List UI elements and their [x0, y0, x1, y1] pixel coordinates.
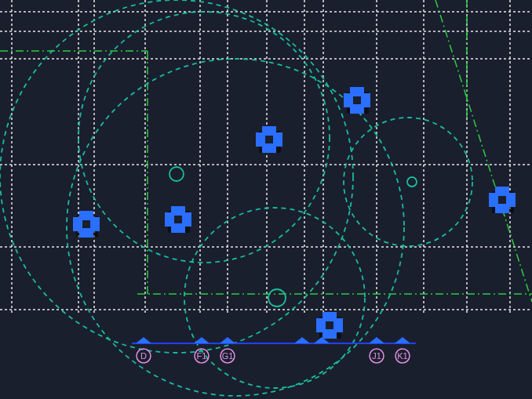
grid-markers: DF1G1J1K1: [137, 349, 410, 363]
marker-label: D: [140, 351, 147, 361]
axis-tick: [369, 337, 384, 343]
column-node[interactable]: [316, 312, 343, 339]
nodes: [73, 87, 516, 339]
marker-label: J1: [372, 351, 381, 361]
grid-marker[interactable]: D: [137, 349, 151, 363]
column-node[interactable]: [165, 206, 191, 233]
svg-rect-7: [174, 216, 182, 223]
axis-tick: [294, 337, 310, 343]
cyan-center-circle: [407, 177, 417, 187]
column-node[interactable]: [489, 187, 516, 213]
grid-marker[interactable]: F1: [195, 349, 209, 363]
cyan-dashed-circle: [344, 118, 472, 246]
axis-tick: [220, 337, 235, 343]
svg-rect-11: [265, 136, 273, 143]
column-node[interactable]: [73, 211, 100, 238]
marker-label: K1: [397, 351, 407, 361]
cyan-center-circle: [169, 167, 184, 181]
grid-axis: [132, 337, 416, 343]
svg-rect-3: [82, 220, 90, 228]
grid-marker[interactable]: J1: [370, 349, 384, 363]
svg-rect-15: [353, 96, 361, 104]
axis-tick: [136, 337, 151, 343]
svg-rect-23: [498, 196, 506, 204]
axis-tick: [194, 337, 210, 343]
cyan-dashed-circle: [0, 0, 353, 353]
marker-label: F1: [197, 351, 207, 361]
column-node[interactable]: [256, 126, 282, 153]
cyan-center-circle: [268, 289, 286, 307]
cyan-dashed-circle: [184, 208, 365, 388]
axis-tick: [395, 337, 410, 343]
cyan-dashed-circle: [78, 12, 330, 263]
grid-marker[interactable]: G1: [220, 349, 235, 363]
grid-marker[interactable]: K1: [395, 349, 410, 363]
green-line: [435, 0, 532, 302]
marker-label: G1: [222, 351, 234, 361]
svg-rect-19: [326, 321, 333, 329]
cad-canvas[interactable]: DF1G1J1K1: [0, 0, 532, 399]
column-node[interactable]: [344, 87, 370, 114]
